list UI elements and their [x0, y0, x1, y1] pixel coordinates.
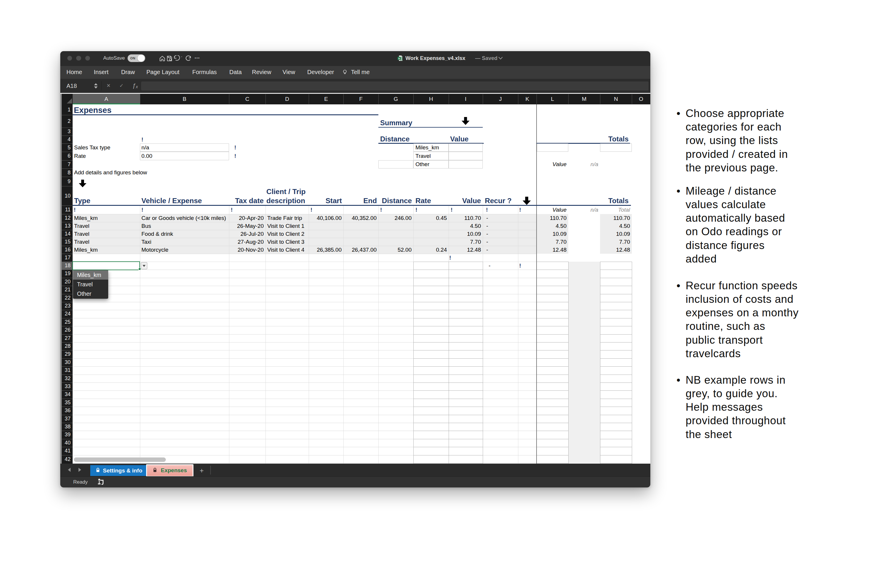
- svg-text:X: X: [398, 57, 400, 60]
